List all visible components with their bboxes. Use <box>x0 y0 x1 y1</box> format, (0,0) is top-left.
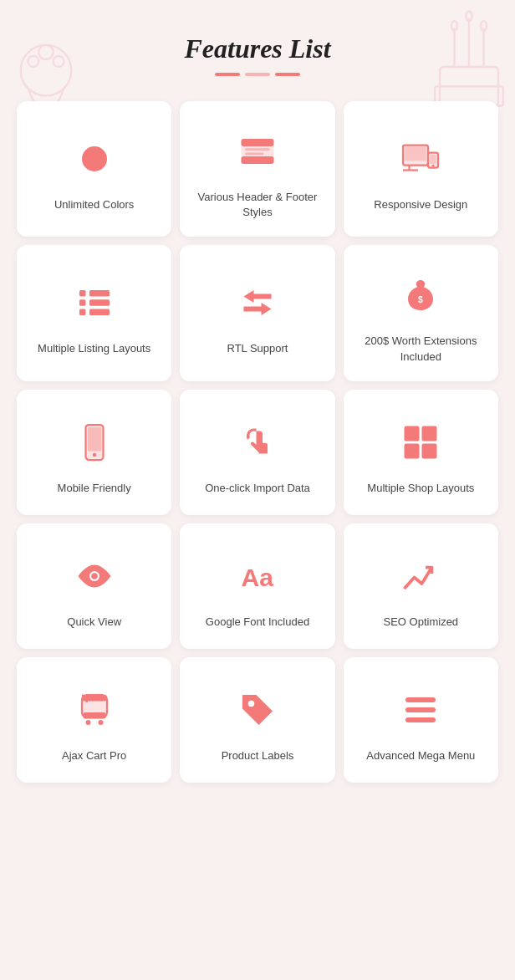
feature-card-rtl-support: RTL Support <box>180 245 334 380</box>
feature-label-ajax-cart-pro: Ajax Cart Pro <box>62 748 126 763</box>
feature-label-google-font: Google Font Included <box>206 615 309 630</box>
svg-rect-51 <box>241 156 273 164</box>
feature-card-advanced-mega-menu: Advanced Mega Menu <box>344 657 498 783</box>
feature-card-product-labels: Product Labels <box>180 657 334 783</box>
grid-layout-icon <box>395 417 446 467</box>
svg-rect-73 <box>405 426 420 441</box>
svg-rect-50 <box>241 139 273 146</box>
feature-card-multiple-shop-layouts: Multiple Shop Layouts <box>344 390 498 515</box>
eye-icon <box>69 551 120 601</box>
feature-card-responsive-design: Responsive Design <box>344 101 498 237</box>
feature-label-extensions: 200$ Worth Extensions Included <box>356 334 486 364</box>
svg-rect-62 <box>89 290 110 297</box>
svg-point-72 <box>92 452 96 457</box>
money-bag-icon: $ <box>395 270 446 320</box>
feature-card-one-click-import: One-click Import Data <box>180 390 334 515</box>
feature-card-header-footer-styles: Various Header & Footer Styles <box>180 101 334 237</box>
feature-card-multiple-listing-layouts: Multiple Listing Layouts <box>17 245 171 380</box>
feature-label-one-click-import: One-click Import Data <box>205 481 310 496</box>
svg-point-48 <box>82 146 107 171</box>
feature-label-advanced-mega-menu: Advanced Mega Menu <box>366 748 475 763</box>
mobile-icon <box>69 417 120 467</box>
svg-rect-65 <box>79 309 86 316</box>
feature-label-quick-view: Quick View <box>67 615 121 630</box>
svg-point-83 <box>97 719 104 726</box>
svg-rect-63 <box>79 300 86 307</box>
svg-text:Aa: Aa <box>241 564 273 591</box>
feature-label-mobile-friendly: Mobile Friendly <box>58 481 131 496</box>
list-layout-icon <box>69 278 120 328</box>
feature-label-multiple-listing-layouts: Multiple Listing Layouts <box>38 341 150 356</box>
svg-point-82 <box>84 719 91 726</box>
feature-card-mobile-friendly: Mobile Friendly <box>17 390 171 515</box>
svg-point-85 <box>248 700 255 707</box>
responsive-icon <box>395 134 446 184</box>
svg-rect-71 <box>87 427 101 452</box>
palette-icon <box>69 134 120 184</box>
svg-rect-76 <box>422 443 437 458</box>
seo-icon <box>395 551 446 601</box>
feature-label-multiple-shop-layouts: Multiple Shop Layouts <box>367 481 474 496</box>
feature-card-google-font: AaGoogle Font Included <box>180 523 334 649</box>
svg-rect-53 <box>245 153 264 156</box>
svg-point-60 <box>432 165 435 167</box>
feature-label-seo-optimized: SEO Optimized <box>384 615 459 630</box>
features-grid: Unlimited Colors Various Header & Footer… <box>17 101 498 783</box>
svg-rect-81 <box>82 695 107 702</box>
menu-icon <box>395 685 446 735</box>
svg-rect-84 <box>83 712 105 719</box>
svg-rect-52 <box>245 148 270 151</box>
feature-label-responsive-design: Responsive Design <box>374 197 467 212</box>
svg-rect-66 <box>89 309 110 316</box>
feature-label-header-footer-styles: Various Header & Footer Styles <box>192 190 322 220</box>
font-icon: Aa <box>232 551 283 601</box>
svg-rect-86 <box>405 697 436 702</box>
header-footer-icon <box>232 126 283 176</box>
feature-label-rtl-support: RTL Support <box>227 341 288 356</box>
page-title: Features List <box>17 33 498 64</box>
svg-marker-68 <box>243 303 271 315</box>
svg-rect-87 <box>405 707 436 712</box>
feature-card-seo-optimized: SEO Optimized <box>344 523 498 649</box>
feature-card-unlimited-colors: Unlimited Colors <box>17 101 171 237</box>
rtl-icon <box>232 278 283 328</box>
svg-text:$: $ <box>418 294 423 304</box>
click-icon <box>232 417 283 467</box>
svg-rect-74 <box>422 426 437 441</box>
svg-rect-64 <box>89 300 110 307</box>
feature-label-unlimited-colors: Unlimited Colors <box>54 197 134 212</box>
svg-rect-88 <box>405 717 436 722</box>
feature-label-product-labels: Product Labels <box>222 748 294 763</box>
svg-rect-59 <box>431 155 437 164</box>
features-header: Features List <box>17 17 498 101</box>
svg-marker-67 <box>243 290 271 303</box>
tag-icon <box>232 685 283 735</box>
svg-rect-75 <box>405 443 420 458</box>
feature-card-ajax-cart-pro: Ajax Cart Pro <box>17 657 171 783</box>
svg-rect-61 <box>79 290 86 297</box>
feature-card-quick-view: Quick View <box>17 523 171 649</box>
svg-rect-55 <box>405 147 427 161</box>
svg-point-78 <box>91 573 98 579</box>
cart-icon <box>69 685 120 735</box>
feature-card-extensions: $ 200$ Worth Extensions Included <box>344 245 498 380</box>
header-divider <box>17 73 498 76</box>
